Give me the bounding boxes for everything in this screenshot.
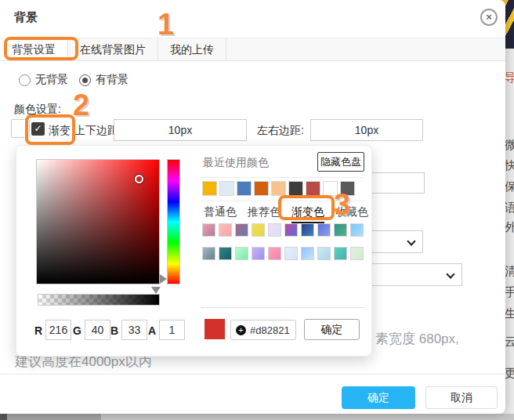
hue-slider-arrow-icon[interactable] xyxy=(160,274,167,284)
margin-vertical-input[interactable] xyxy=(114,119,247,141)
recent-color-swatch[interactable] xyxy=(323,181,338,196)
blue-input[interactable] xyxy=(121,320,147,340)
background-settings-dialog: 背景 × 背景设置在线背景图片我的上传 无背景 有背景 颜色设置: ✓ 渐变 上… xyxy=(0,0,505,414)
gradient-swatch[interactable] xyxy=(252,247,265,260)
annotation-number-2: 2 xyxy=(73,89,89,122)
gradient-checkbox[interactable]: ✓ xyxy=(31,122,45,136)
background-color-swatch[interactable] xyxy=(11,119,30,138)
gradient-swatch[interactable] xyxy=(219,223,232,237)
background-page-menu-char: 清 xyxy=(505,264,514,279)
recent-color-swatch[interactable] xyxy=(254,181,269,196)
green-label: G xyxy=(73,324,81,337)
footer-divider xyxy=(0,374,505,375)
recent-color-swatch[interactable] xyxy=(202,181,217,196)
dialog-tab-bar: 背景设置在线背景图片我的上传 xyxy=(0,38,505,61)
hue-slider[interactable] xyxy=(167,159,180,284)
gradient-swatch[interactable] xyxy=(202,247,215,260)
background-page-bottom-dark xyxy=(0,414,7,420)
size-hint-line1: 素宽度 680px, xyxy=(375,330,459,348)
gradient-swatch[interactable] xyxy=(235,247,248,260)
gradient-swatch[interactable] xyxy=(268,223,281,237)
add-color-icon[interactable]: + xyxy=(236,325,246,335)
recent-colors-label: 最近使用颜色 xyxy=(203,156,269,170)
alpha-input[interactable] xyxy=(159,320,185,340)
recent-color-swatch[interactable] xyxy=(306,181,320,196)
gradient-swatch[interactable] xyxy=(350,247,364,260)
radio-no-background-label: 无背景 xyxy=(35,73,68,87)
radio-has-background-label: 有背景 xyxy=(96,73,128,87)
recent-color-swatch[interactable] xyxy=(219,181,234,196)
dialog-title: 背景 xyxy=(14,10,38,25)
recent-color-swatch[interactable] xyxy=(271,181,286,196)
color-category-tab[interactable]: 渐变色 xyxy=(291,205,324,223)
annotation-number-1: 1 xyxy=(157,8,174,42)
color-category-tab[interactable]: 推荐色 xyxy=(248,205,281,223)
background-page-menu-char: 微 xyxy=(505,138,514,153)
gradient-swatch[interactable] xyxy=(252,223,265,237)
background-page-menu-char: 云 xyxy=(505,335,514,349)
recent-colors-row xyxy=(202,181,355,196)
color-picker-popup: R G B A 最近使用颜色 隐藏色盘 普通色推荐色渐变色收藏色 + #d828… xyxy=(16,145,372,357)
radio-has-background[interactable] xyxy=(79,74,91,86)
gradient-swatch[interactable] xyxy=(284,223,298,237)
gradient-checkbox-label: 渐变 xyxy=(49,124,71,138)
picker-divider xyxy=(201,177,364,178)
saturation-cursor[interactable] xyxy=(135,175,143,183)
gradient-swatch[interactable] xyxy=(235,223,248,237)
alpha-slider[interactable] xyxy=(38,294,160,306)
screen: 导微快保语外清手生云更 背景 × 背景设置在线背景图片我的上传 无背景 有背景 … xyxy=(0,0,514,420)
background-page-menu-char: 导 xyxy=(505,71,514,85)
gradient-swatch[interactable] xyxy=(334,223,347,237)
background-page-menu-char: 生 xyxy=(505,306,514,321)
gradient-swatch-row xyxy=(202,247,364,260)
color-category-tab[interactable]: 普通色 xyxy=(204,205,237,223)
background-page-menu-char: 快 xyxy=(505,158,514,173)
gradient-swatch[interactable] xyxy=(317,247,331,260)
gradient-swatch-row xyxy=(202,223,364,237)
alpha-slider-arrow-icon[interactable] xyxy=(151,287,161,294)
margin-horizontal-label: 左右边距: xyxy=(257,124,304,138)
dialog-tab-0[interactable]: 背景设置 xyxy=(0,38,68,60)
blue-label: B xyxy=(110,324,118,337)
background-page-menu-char: 外 xyxy=(505,220,514,235)
dialog-tab-1[interactable]: 在线背景图片 xyxy=(68,38,158,60)
picker-divider xyxy=(201,201,364,201)
gradient-swatch[interactable] xyxy=(334,247,347,260)
gradient-swatch[interactable] xyxy=(301,247,314,260)
alpha-label: A xyxy=(148,324,156,337)
margin-horizontal-input[interactable] xyxy=(310,119,423,141)
picker-confirm-button[interactable]: 确定 xyxy=(304,319,360,340)
dialog-cancel-button[interactable]: 取消 xyxy=(425,386,498,409)
recent-color-swatch[interactable] xyxy=(288,181,303,196)
green-input[interactable] xyxy=(85,320,110,340)
picker-dotted-divider xyxy=(201,307,364,308)
selected-color-preview xyxy=(205,319,225,339)
close-icon[interactable]: × xyxy=(480,9,498,26)
chevron-down-icon xyxy=(407,237,415,245)
background-page-menu-char: 保 xyxy=(505,179,514,194)
background-page-bottom-mid xyxy=(7,414,101,420)
gradient-swatch[interactable] xyxy=(301,223,314,237)
gradient-swatch[interactable] xyxy=(219,247,232,260)
red-label: R xyxy=(34,324,42,337)
background-page-menu-char: 语 xyxy=(505,201,514,215)
red-input[interactable] xyxy=(45,320,71,340)
hex-input-box[interactable]: + #d82821 xyxy=(230,320,296,340)
dialog-tab-2[interactable]: 我的上传 xyxy=(158,38,226,60)
gradient-swatch[interactable] xyxy=(284,247,298,260)
gradient-swatch[interactable] xyxy=(268,247,281,260)
recent-color-swatch[interactable] xyxy=(340,181,355,196)
gradient-swatch[interactable] xyxy=(350,223,364,237)
radio-no-background[interactable] xyxy=(19,74,31,86)
gradient-swatch[interactable] xyxy=(202,223,215,237)
color-category-tab[interactable]: 收藏色 xyxy=(335,205,368,223)
background-page-bottom xyxy=(0,414,514,420)
hide-palette-button[interactable]: 隐藏色盘 xyxy=(317,152,364,172)
recent-color-swatch[interactable] xyxy=(237,181,252,196)
background-page-menu-char: 手 xyxy=(505,285,514,300)
gradient-swatch[interactable] xyxy=(317,223,331,237)
dialog-confirm-button[interactable]: 确定 xyxy=(342,386,415,409)
background-page-menu-char: 更 xyxy=(505,366,514,381)
partially-hidden-select-2[interactable] xyxy=(357,263,462,286)
color-settings-label: 颜色设置: xyxy=(14,103,61,117)
